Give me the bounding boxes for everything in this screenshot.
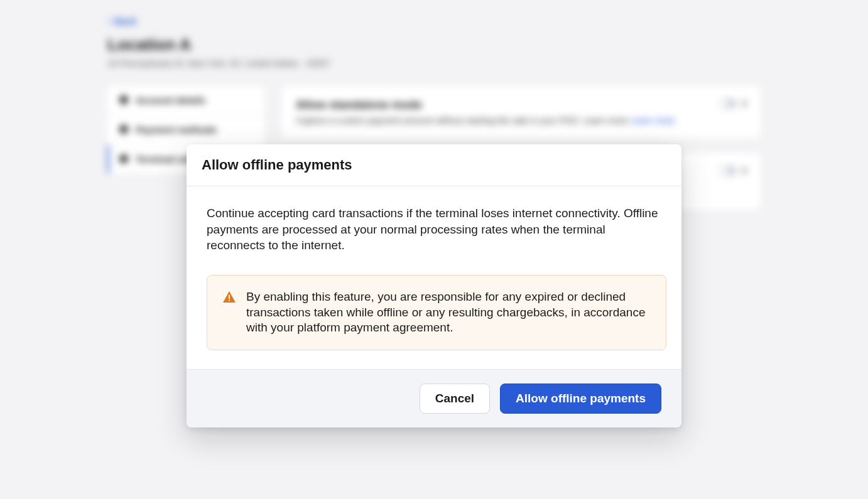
confirm-button[interactable]: Allow offline payments bbox=[500, 384, 661, 414]
warning-text: By enabling this feature, you are respon… bbox=[246, 289, 651, 336]
modal-description: Continue accepting card transactions if … bbox=[207, 205, 666, 254]
svg-rect-0 bbox=[229, 295, 230, 299]
warning-alert: By enabling this feature, you are respon… bbox=[207, 275, 666, 350]
modal-body: Continue accepting card transactions if … bbox=[187, 186, 681, 369]
modal-title: Allow offline payments bbox=[202, 157, 666, 173]
cancel-button[interactable]: Cancel bbox=[420, 384, 490, 414]
svg-rect-1 bbox=[229, 299, 230, 301]
modal-header: Allow offline payments bbox=[187, 144, 681, 186]
warning-triangle-icon bbox=[222, 291, 236, 303]
modal-footer: Cancel Allow offline payments bbox=[187, 369, 681, 427]
modal-overlay: Allow offline payments Continue acceptin… bbox=[0, 0, 868, 499]
modal-allow-offline-payments: Allow offline payments Continue acceptin… bbox=[187, 144, 681, 427]
